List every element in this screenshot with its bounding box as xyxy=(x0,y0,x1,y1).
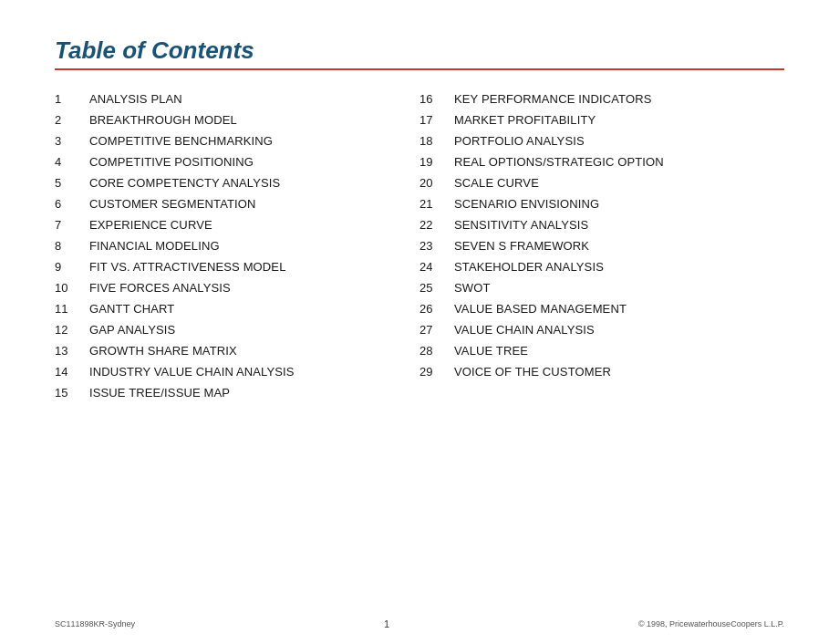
toc-item-number: 12 xyxy=(55,323,89,337)
list-item: 20SCALE CURVE xyxy=(420,172,784,193)
list-item: 2BREAKTHROUGH MODEL xyxy=(55,109,420,130)
toc-item-label: VALUE CHAIN ANALYSIS xyxy=(454,323,595,337)
toc-item-label: GROWTH SHARE MATRIX xyxy=(89,344,237,358)
toc-item-number: 15 xyxy=(55,386,89,400)
toc-item-label: KEY PERFORMANCE INDICATORS xyxy=(454,92,651,106)
toc-item-number: 4 xyxy=(55,155,89,169)
toc-item-number: 14 xyxy=(55,365,89,379)
toc-item-number: 23 xyxy=(420,239,454,253)
toc-item-label: FIT VS. ATTRACTIVENESS MODEL xyxy=(89,260,286,274)
toc-item-number: 16 xyxy=(420,92,454,106)
footer: SC111898KR-Sydney 1 © 1998, Pricewaterho… xyxy=(0,618,839,629)
toc-item-label: FINANCIAL MODELING xyxy=(89,239,220,253)
toc-item-label: SWOT xyxy=(454,281,491,295)
toc-item-number: 20 xyxy=(420,176,454,190)
toc-item-label: REAL OPTIONS/STRATEGIC OPTION xyxy=(454,155,664,169)
list-item: 1ANALYSIS PLAN xyxy=(55,88,420,109)
toc-item-label: COMPETITIVE BENCHMARKING xyxy=(89,134,273,148)
list-item: 29VOICE OF THE CUSTOMER xyxy=(420,361,784,382)
list-item: 8FINANCIAL MODELING xyxy=(55,235,420,256)
toc-item-number: 7 xyxy=(55,218,89,232)
toc-grid: 1ANALYSIS PLAN2BREAKTHROUGH MODEL3COMPET… xyxy=(55,88,784,403)
list-item: 16KEY PERFORMANCE INDICATORS xyxy=(420,88,784,109)
list-item: 6CUSTOMER SEGMENTATION xyxy=(55,193,420,214)
list-item: 5CORE COMPETENCTY ANALYSIS xyxy=(55,172,420,193)
toc-left-column: 1ANALYSIS PLAN2BREAKTHROUGH MODEL3COMPET… xyxy=(55,88,420,403)
toc-item-number: 17 xyxy=(420,113,454,127)
list-item: 24STAKEHOLDER ANALYSIS xyxy=(420,256,784,277)
list-item: 10FIVE FORCES ANALYSIS xyxy=(55,277,420,298)
toc-item-label: EXPERIENCE CURVE xyxy=(89,218,212,232)
toc-item-label: FIVE FORCES ANALYSIS xyxy=(89,281,231,295)
toc-item-label: SCALE CURVE xyxy=(454,176,539,190)
toc-item-label: VALUE TREE xyxy=(454,344,528,358)
list-item: 27VALUE CHAIN ANALYSIS xyxy=(420,319,784,340)
toc-item-label: MARKET PROFITABILITY xyxy=(454,113,596,127)
toc-item-label: GAP ANALYSIS xyxy=(89,323,175,337)
list-item: 22SENSITIVITY ANALYSIS xyxy=(420,214,784,235)
toc-item-label: GANTT CHART xyxy=(89,302,174,316)
list-item: 11GANTT CHART xyxy=(55,298,420,319)
footer-center: 1 xyxy=(384,618,389,629)
footer-left: SC111898KR-Sydney xyxy=(55,619,135,628)
page-title: Table of Contents xyxy=(55,36,784,65)
toc-item-number: 6 xyxy=(55,197,89,211)
toc-item-number: 22 xyxy=(420,218,454,232)
toc-item-label: SENSITIVITY ANALYSIS xyxy=(454,218,588,232)
toc-item-number: 27 xyxy=(420,323,454,337)
list-item: 9FIT VS. ATTRACTIVENESS MODEL xyxy=(55,256,420,277)
toc-item-number: 28 xyxy=(420,344,454,358)
toc-item-number: 24 xyxy=(420,260,454,274)
list-item: 21SCENARIO ENVISIONING xyxy=(420,193,784,214)
toc-item-number: 26 xyxy=(420,302,454,316)
list-item: 17MARKET PROFITABILITY xyxy=(420,109,784,130)
toc-item-label: INDUSTRY VALUE CHAIN ANALYSIS xyxy=(89,365,295,379)
toc-item-label: PORTFOLIO ANALYSIS xyxy=(454,134,585,148)
toc-item-label: ANALYSIS PLAN xyxy=(89,92,182,106)
list-item: 19REAL OPTIONS/STRATEGIC OPTION xyxy=(420,151,784,172)
toc-item-number: 13 xyxy=(55,344,89,358)
page: Table of Contents 1ANALYSIS PLAN2BREAKTH… xyxy=(0,0,839,644)
toc-item-number: 21 xyxy=(420,197,454,211)
toc-item-label: SCENARIO ENVISIONING xyxy=(454,197,599,211)
toc-item-number: 10 xyxy=(55,281,89,295)
toc-item-label: VALUE BASED MANAGEMENT xyxy=(454,302,627,316)
list-item: 14INDUSTRY VALUE CHAIN ANALYSIS xyxy=(55,361,420,382)
list-item: 28VALUE TREE xyxy=(420,340,784,361)
toc-item-number: 19 xyxy=(420,155,454,169)
toc-item-number: 25 xyxy=(420,281,454,295)
list-item: 13GROWTH SHARE MATRIX xyxy=(55,340,420,361)
toc-item-number: 5 xyxy=(55,176,89,190)
toc-item-number: 3 xyxy=(55,134,89,148)
toc-item-label: COMPETITIVE POSITIONING xyxy=(89,155,254,169)
list-item: 3COMPETITIVE BENCHMARKING xyxy=(55,130,420,151)
toc-item-number: 18 xyxy=(420,134,454,148)
toc-right-column: 16KEY PERFORMANCE INDICATORS17MARKET PRO… xyxy=(420,88,784,403)
list-item: 25SWOT xyxy=(420,277,784,298)
title-section: Table of Contents xyxy=(55,36,784,70)
list-item: 26VALUE BASED MANAGEMENT xyxy=(420,298,784,319)
toc-item-label: VOICE OF THE CUSTOMER xyxy=(454,365,611,379)
toc-item-number: 9 xyxy=(55,260,89,274)
list-item: 4COMPETITIVE POSITIONING xyxy=(55,151,420,172)
list-item: 18PORTFOLIO ANALYSIS xyxy=(420,130,784,151)
list-item: 15ISSUE TREE/ISSUE MAP xyxy=(55,382,420,403)
toc-item-label: ISSUE TREE/ISSUE MAP xyxy=(89,386,230,400)
list-item: 7EXPERIENCE CURVE xyxy=(55,214,420,235)
toc-item-number: 8 xyxy=(55,239,89,253)
toc-item-number: 1 xyxy=(55,92,89,106)
toc-item-label: BREAKTHROUGH MODEL xyxy=(89,113,237,127)
toc-item-number: 11 xyxy=(55,302,89,316)
toc-item-number: 29 xyxy=(420,365,454,379)
toc-item-label: CORE COMPETENCTY ANALYSIS xyxy=(89,176,280,190)
toc-item-number: 2 xyxy=(55,113,89,127)
footer-right: © 1998, PricewaterhouseCoopers L.L.P. xyxy=(638,619,784,628)
list-item: 12GAP ANALYSIS xyxy=(55,319,420,340)
toc-item-label: STAKEHOLDER ANALYSIS xyxy=(454,260,604,274)
toc-item-label: SEVEN S FRAMEWORK xyxy=(454,239,589,253)
list-item: 23SEVEN S FRAMEWORK xyxy=(420,235,784,256)
divider xyxy=(55,68,784,70)
toc-item-label: CUSTOMER SEGMENTATION xyxy=(89,197,256,211)
